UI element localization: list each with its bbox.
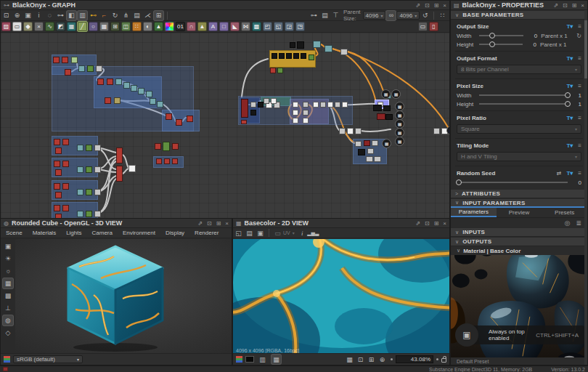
graph-node[interactable] — [340, 49, 348, 55]
view3d-viewport[interactable]: ▣☀☼▦▩⊥◍◇ — [1, 239, 232, 355]
color-display-icon[interactable]: ▦ — [271, 355, 281, 364]
curve-icon[interactable]: ∿ — [45, 22, 54, 31]
info-icon[interactable]: i — [298, 228, 307, 238]
graph-node[interactable] — [279, 53, 285, 59]
save-icon[interactable]: ▤ — [245, 228, 254, 238]
graph-node[interactable] — [303, 110, 309, 116]
output-node-badge[interactable]: ▦ — [391, 89, 401, 99]
float-icon[interactable]: ⊡ — [563, 1, 568, 10]
graph-node[interactable] — [78, 65, 85, 72]
graph-node[interactable] — [77, 189, 83, 195]
wireframe-sphere-icon[interactable]: ◍ — [3, 315, 13, 326]
graph-node[interactable] — [374, 156, 381, 162]
section-attributes[interactable]: > ATTRIBUTES — [451, 189, 587, 198]
pencil-icon[interactable]: ╱ — [78, 22, 87, 31]
graph-node[interactable] — [54, 139, 60, 145]
graph-node[interactable] — [156, 158, 162, 164]
section-outputs[interactable]: ∨ OUTPUTS — [451, 237, 587, 246]
graph-node[interactable] — [313, 102, 319, 108]
tab-presets[interactable]: Presets — [542, 208, 587, 217]
graph-node[interactable] — [86, 189, 92, 195]
graph-node[interactable] — [172, 158, 178, 164]
atlas2-icon[interactable]: ◱ — [274, 22, 283, 31]
function-menu-icon[interactable]: ≡ — [578, 23, 581, 30]
link-size-icon[interactable]: ∞ — [386, 11, 396, 20]
float-icon[interactable]: ⊡ — [207, 219, 212, 228]
graph-node[interactable] — [313, 41, 321, 48]
graph-node[interactable] — [53, 57, 60, 63]
camera-capture-icon[interactable]: ▣ — [23, 11, 33, 20]
sun-icon[interactable]: ☼ — [3, 266, 13, 276]
graph-node[interactable] — [297, 41, 304, 49]
random-seed-slider[interactable] — [457, 182, 568, 183]
close-icon[interactable]: × — [443, 1, 446, 10]
graph-node[interactable] — [433, 128, 440, 134]
shuffle-icon[interactable]: ⇄ — [557, 170, 562, 177]
graph-node[interactable] — [324, 45, 332, 52]
graph-node[interactable] — [347, 128, 354, 134]
output-height-value[interactable]: 0 — [526, 41, 536, 48]
graph-node[interactable] — [96, 65, 102, 72]
graph-node[interactable] — [54, 183, 60, 190]
extrude-icon[interactable]: ◫ — [121, 22, 131, 31]
graph-node[interactable] — [339, 128, 346, 134]
graph-node[interactable] — [105, 97, 111, 104]
graph-node[interactable] — [303, 118, 309, 124]
function-menu-icon[interactable]: ≡ — [578, 83, 581, 89]
export-icon[interactable]: ◱ — [234, 228, 243, 238]
section-base-parameters[interactable]: ∨ BASE PARAMETERS — [451, 10, 587, 20]
graph-node[interactable] — [383, 105, 391, 111]
graph-node[interactable] — [62, 205, 69, 211]
random-seed-value[interactable]: 0 — [571, 179, 581, 186]
pin-icon[interactable]: ⇗ — [197, 219, 203, 228]
menu-camera[interactable]: Camera — [87, 230, 118, 236]
fit-view-icon[interactable]: ⊡ — [356, 355, 365, 364]
tessellation-icon[interactable]: ▩ — [3, 291, 13, 301]
graph-node[interactable] — [241, 99, 248, 118]
flood-fill-icon[interactable]: ◣ — [230, 22, 240, 31]
output-format-dropdown[interactable]: 8 Bits per Channel▾ — [457, 65, 581, 74]
graph-node[interactable] — [372, 140, 378, 146]
graph-node[interactable] — [172, 143, 179, 150]
graph-node[interactable] — [157, 101, 163, 108]
tiling-mode-dropdown[interactable]: H and V Tiling▾ — [457, 152, 581, 161]
graph-canvas[interactable]: ▦▦▦▦▦▦▦▦▦ — [1, 33, 449, 218]
output-height-slider[interactable] — [479, 44, 523, 45]
graph-node[interactable] — [355, 141, 362, 147]
graph-node[interactable] — [303, 102, 309, 108]
output-width-value[interactable]: 0 — [527, 33, 537, 39]
graph-node[interactable] — [250, 110, 256, 116]
function-menu-icon[interactable]: ≡ — [578, 115, 581, 121]
merge-icon[interactable]: ⋈ — [241, 22, 250, 31]
expose-parameter-icon[interactable]: T▾ — [566, 142, 573, 149]
graph-node[interactable] — [301, 53, 306, 59]
graph-node[interactable] — [327, 102, 333, 108]
graph-node[interactable] — [271, 98, 277, 104]
graph-node[interactable] — [62, 161, 69, 167]
scatter-icon[interactable]: ∷ — [132, 22, 142, 31]
graph-node[interactable] — [286, 53, 292, 59]
graph-node[interactable] — [271, 53, 277, 59]
graph-node[interactable] — [366, 156, 373, 162]
wrench-icon[interactable]: ⋔ — [121, 11, 131, 20]
directional-warp-icon[interactable]: ◩ — [56, 22, 65, 31]
unlink-icon[interactable]: ⊶ — [56, 11, 65, 20]
float-icon[interactable]: ⊡ — [425, 1, 430, 10]
output-node-badge[interactable]: ▦ — [395, 137, 404, 146]
graph-node[interactable] — [54, 205, 60, 211]
graph-node[interactable] — [176, 119, 182, 126]
graph-node[interactable] — [293, 118, 298, 124]
output-node-badge[interactable]: ▦ — [381, 89, 391, 99]
colorspace-dropdown[interactable]: sRGB (default)▾ — [13, 355, 83, 363]
atlas1-icon[interactable]: ◰ — [263, 22, 272, 31]
bulb-icon[interactable]: ☀ — [3, 254, 13, 264]
graph-node[interactable] — [55, 192, 62, 198]
tile-icon[interactable]: ▦ — [99, 22, 109, 31]
graph-node[interactable] — [86, 211, 92, 217]
hsl-icon[interactable] — [165, 22, 174, 31]
graph-node[interactable] — [377, 113, 385, 120]
graph-node[interactable] — [364, 140, 370, 146]
card-icon[interactable]: ▤ — [320, 11, 330, 20]
graph-node[interactable] — [155, 143, 161, 150]
transform-icon[interactable]: ▦ — [67, 22, 76, 31]
